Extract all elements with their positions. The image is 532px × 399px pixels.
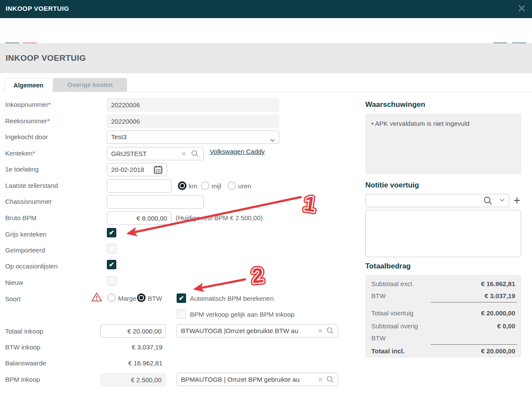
totals-row-label: Totaal incl.: [371, 347, 404, 355]
kenteken-field[interactable]: [107, 147, 204, 160]
btw-inkoop-value: € 3.037,19: [100, 343, 162, 351]
note-search-icon[interactable]: [483, 196, 493, 206]
totaal-inkoop-label: Totaal inkoop: [5, 327, 43, 335]
page-header: INKOOP VOERTUIG: [0, 43, 532, 73]
bpm-inkoop-label: BPM inkoop: [5, 376, 40, 383]
bruto-bpm-label: Bruto BPM: [5, 214, 37, 221]
warning-triangle-icon: [91, 292, 103, 302]
totals-row-value: € 16.962,81: [481, 280, 515, 287]
kenteken-label: Kenteken*: [5, 150, 35, 157]
annotation-number-1-halo: 1: [302, 192, 317, 216]
bpm-inkoop-field[interactable]: [100, 373, 166, 387]
note-title: Notitie voertuig: [365, 181, 419, 190]
totals-title: Totaalbedrag: [365, 262, 411, 271]
totals-row-label: BTW: [371, 292, 386, 299]
soort-label: Soort: [5, 295, 21, 302]
rest-bpm-hint: (Huidige rest BPM € 2.500,00): [176, 214, 263, 221]
annotation-arrow-2: [195, 279, 246, 289]
bpm-ledger-field[interactable]: [177, 373, 338, 386]
totals-row-value: € 20.000,00: [481, 347, 515, 355]
inkoop-voertuig-window: INKOOP VOERTUIG ✕ INKOOP VOERTUIG: [0, 0, 532, 399]
warning-item: APK vervaldatum is niet ingevuld: [371, 120, 470, 127]
warnings-title: Waarschuwingen: [365, 100, 425, 109]
totals-row-value: € 0,00: [497, 322, 515, 330]
calendar-icon[interactable]: [153, 165, 163, 175]
ingekocht-door-label: Ingekocht door: [5, 133, 48, 140]
btw-ledger-field[interactable]: [177, 324, 338, 337]
inkoopnummer-label: Inkoopnummer*: [5, 101, 51, 108]
chassisnummer-label: Chassisnummer: [5, 198, 52, 205]
annotation-number-2: 2: [251, 264, 264, 288]
soort-marge-label: Marge: [118, 295, 137, 302]
bpm-ledger-clear-icon[interactable]: ×: [318, 375, 323, 383]
tab-algemeen[interactable]: Algemeen: [4, 78, 53, 92]
note-textarea[interactable]: [365, 210, 521, 257]
auto-bpm-checkbox[interactable]: ✔: [177, 293, 186, 303]
annotation-number-1: 1: [302, 192, 317, 216]
totals-divider: [431, 302, 517, 302]
auto-bpm-label: Automatisch BPM berekenen: [190, 295, 274, 302]
vehicle-link[interactable]: Volkswagen Caddy: [210, 148, 265, 155]
kenteken-clear-icon[interactable]: ×: [181, 150, 186, 158]
chevron-down-icon: [270, 136, 275, 143]
window-titlebar: INKOOP VOERTUIG ✕: [0, 0, 532, 18]
bpm-ledger-search-icon[interactable]: [326, 375, 334, 383]
reeksnummer-field[interactable]: [107, 115, 279, 128]
unit-uren-label: uren: [238, 182, 251, 190]
soort-btw-label: BTW: [148, 295, 162, 302]
toolbar: [0, 18, 532, 43]
totals-row-label: Totaal voertuig: [371, 309, 414, 317]
grijs-kenteken-checkbox[interactable]: ✔: [107, 228, 116, 237]
ingekocht-door-select[interactable]: Test3: [107, 131, 279, 144]
grijs-kenteken-label: Grijs kenteken: [5, 231, 47, 238]
geimporteerd-checkbox[interactable]: [107, 244, 116, 253]
nieuw-label: Nieuw: [5, 279, 23, 286]
annotation-number-2-halo: 2: [251, 264, 264, 288]
nieuw-checkbox[interactable]: [107, 276, 116, 286]
balanswaarde-label: Balanswaarde: [5, 359, 46, 367]
soort-marge-radio[interactable]: [107, 293, 116, 302]
note-chevron-down-icon[interactable]: [500, 199, 504, 202]
btw-inkoop-label: BTW inkoop: [5, 343, 40, 351]
totals-row-value: € 20.000,00: [481, 309, 515, 317]
totals-row-label: BTW: [371, 334, 386, 342]
op-occasionlijsten-checkbox[interactable]: ✔: [107, 260, 116, 269]
op-occasionlijsten-label: Op occasionlijsten: [5, 262, 58, 270]
chassisnummer-field[interactable]: [107, 195, 204, 209]
toelating-label: 1e toelating: [5, 165, 39, 173]
unit-mijl-radio[interactable]: [201, 181, 209, 190]
unit-uren-radio[interactable]: [227, 181, 236, 190]
window-title: INKOOP VOERTUIG: [6, 5, 69, 12]
tellerstand-field[interactable]: [107, 179, 171, 193]
btw-ledger-clear-icon[interactable]: ×: [318, 327, 323, 335]
totals-row-label: Subtotaal overig: [371, 322, 418, 330]
ingekocht-door-value: Test3: [111, 133, 127, 140]
tab-overige-kosten[interactable]: Overige kosten: [53, 78, 127, 92]
warnings-box: APK vervaldatum is niet ingevuld: [365, 114, 521, 174]
totals-row-label: Subtotaal excl.: [371, 280, 414, 287]
totals-box: Subtotaal excl. € 16.962,81 BTW € 3.037,…: [365, 275, 521, 358]
page-title: INKOOP VOERTUIG: [6, 53, 86, 63]
close-icon[interactable]: ✕: [516, 3, 528, 15]
note-add-button[interactable]: +: [513, 195, 520, 206]
inkoopnummer-field[interactable]: [107, 98, 279, 112]
unit-km-radio[interactable]: [178, 181, 187, 190]
reeksnummer-label: Reeksnummer*: [5, 117, 50, 125]
geimporteerd-label: Geïmporteerd: [5, 246, 45, 254]
btw-ledger-search-icon[interactable]: [326, 327, 334, 335]
bruto-bpm-field[interactable]: [107, 212, 171, 225]
tellerstand-label: Laatste tellerstand: [5, 182, 58, 189]
totals-divider: [431, 344, 517, 345]
soort-btw-radio[interactable]: [137, 293, 146, 302]
bpm-verkoop-checkbox[interactable]: [177, 309, 186, 319]
totaal-inkoop-field[interactable]: [100, 324, 166, 338]
unit-km-label: km: [189, 182, 197, 190]
bpm-verkoop-label: BPM verkoop gelijk aan BPM inkoop: [190, 311, 295, 318]
balanswaarde-value: € 16.962,81: [100, 359, 162, 367]
kenteken-search-icon[interactable]: [191, 150, 199, 158]
totals-row-value: € 3.037,19: [485, 292, 515, 299]
unit-mijl-label: mijl: [212, 182, 221, 190]
